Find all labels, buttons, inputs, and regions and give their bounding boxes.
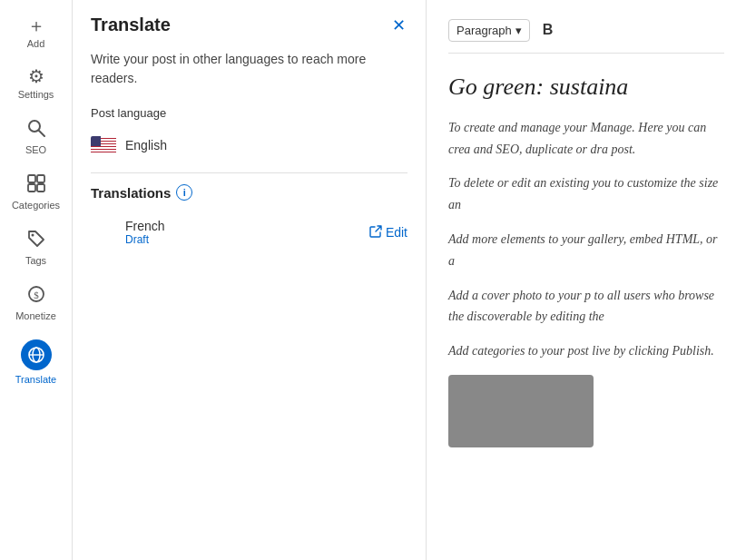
editor-title[interactable]: Go green: sustaina: [448, 72, 724, 103]
edit-label: Edit: [386, 225, 407, 240]
editor-paragraph-5: Add categories to your post live by clic…: [448, 340, 724, 362]
sidebar-item-label-seo: SEO: [25, 144, 46, 155]
categories-icon: [26, 173, 46, 196]
close-button[interactable]: ✕: [390, 15, 407, 35]
post-language-label: Post language: [91, 106, 407, 120]
svg-rect-5: [37, 184, 44, 192]
svg-text:$: $: [34, 290, 39, 300]
sidebar-item-tags[interactable]: Tags: [0, 220, 72, 275]
panel-description: Write your post in other languages to re…: [91, 50, 407, 88]
svg-point-6: [31, 234, 34, 237]
add-icon: ＋: [27, 16, 45, 34]
translate-icon-circle: [21, 339, 52, 370]
sidebar-item-settings[interactable]: ⚙ Settings: [0, 58, 72, 109]
external-link-icon: [369, 225, 382, 241]
paragraph-selector[interactable]: Paragraph ▾: [448, 19, 530, 42]
editor-paragraph-1: To create and manage your Manage. Here y…: [448, 117, 724, 161]
seo-icon: [26, 118, 46, 141]
sidebar-item-seo[interactable]: SEO: [0, 109, 72, 164]
translate-panel: Translate ✕ Write your post in other lan…: [73, 0, 427, 560]
gear-icon: ⚙: [28, 67, 44, 85]
editor-paragraph-3: Add more elements to your gallery, embed…: [448, 229, 724, 272]
edit-translation-button[interactable]: Edit: [369, 225, 407, 241]
svg-rect-3: [37, 175, 44, 182]
sidebar-item-label-settings: Settings: [18, 89, 54, 100]
section-divider: [91, 172, 407, 173]
sidebar-item-monetize[interactable]: $ Monetize: [0, 275, 72, 330]
sidebar-item-label-translate: Translate: [15, 374, 56, 385]
chevron-down-icon: ▾: [515, 24, 522, 37]
panel-title: Translate: [91, 15, 171, 35]
editor-area: Paragraph ▾ B Go green: sustaina To crea…: [427, 0, 746, 560]
editor-toolbar: Paragraph ▾ B: [448, 18, 724, 54]
translations-label: Translations: [91, 185, 171, 201]
tags-icon: [26, 229, 46, 251]
editor-content: Go green: sustaina To create and manage …: [448, 72, 724, 447]
sidebar-item-translate[interactable]: Translate: [0, 330, 72, 394]
sidebar: ＋ Add ⚙ Settings SEO Categories: [0, 0, 73, 560]
editor-body[interactable]: To create and manage your Manage. Here y…: [448, 117, 724, 447]
translation-text: French Draft: [125, 219, 165, 246]
bold-button[interactable]: B: [537, 18, 559, 42]
translation-info: French Draft: [91, 219, 165, 246]
paragraph-label: Paragraph: [456, 24, 512, 37]
monetize-icon: $: [26, 284, 46, 307]
sidebar-item-label-categories: Categories: [12, 200, 60, 211]
editor-paragraph-2: To delete or edit an existing you to cus…: [448, 172, 724, 216]
sidebar-item-add[interactable]: ＋ Add: [0, 7, 72, 58]
svg-rect-2: [28, 175, 35, 182]
french-flag: [91, 223, 116, 241]
us-flag: [91, 136, 116, 154]
svg-rect-4: [28, 184, 35, 192]
sidebar-item-label-tags: Tags: [25, 255, 46, 266]
editor-image-placeholder: [448, 375, 594, 447]
svg-point-0: [29, 121, 40, 132]
post-language-row: English: [91, 129, 407, 162]
svg-line-1: [39, 131, 44, 136]
translation-row: French Draft Edit: [91, 213, 407, 251]
editor-paragraph-4: Add a cover photo to your p to all users…: [448, 285, 724, 329]
sidebar-item-categories[interactable]: Categories: [0, 164, 72, 220]
translations-section: Translations i French Draft: [91, 184, 407, 251]
translation-language: French: [125, 219, 165, 233]
info-icon[interactable]: i: [176, 184, 192, 201]
translation-status: Draft: [125, 233, 165, 246]
translations-header: Translations i: [91, 184, 407, 201]
post-language-name: English: [125, 138, 167, 152]
post-language-section: Post language English: [91, 106, 407, 162]
sidebar-item-label-monetize: Monetize: [15, 310, 56, 321]
sidebar-item-label-add: Add: [27, 38, 45, 49]
panel-header: Translate ✕: [91, 15, 407, 35]
